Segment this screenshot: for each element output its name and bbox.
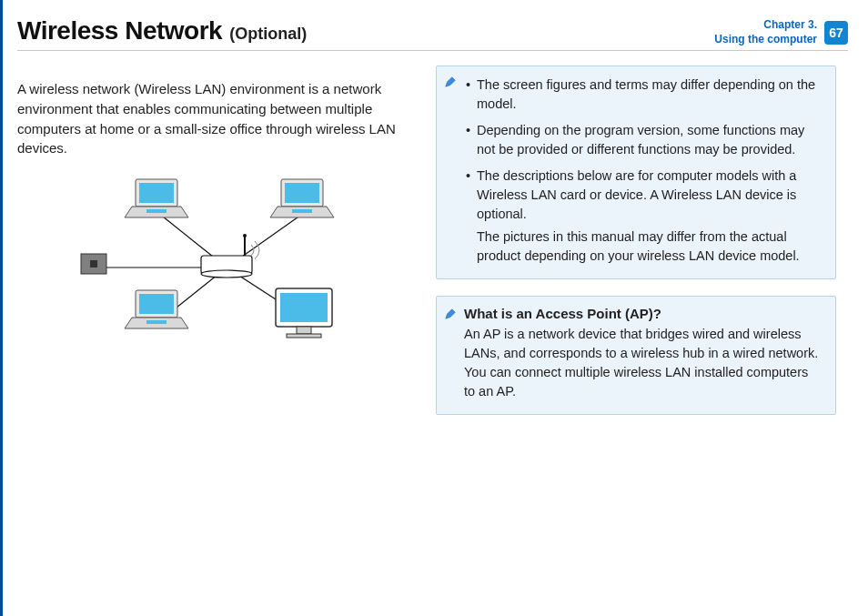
page-subtitle: (Optional) — [229, 25, 307, 44]
right-column: The screen figures and terms may differ … — [436, 66, 836, 415]
svg-rect-13 — [146, 209, 167, 213]
ap-title: What is an Access Point (AP)? — [464, 306, 823, 321]
manual-page: Wireless Network (Optional) Chapter 3. U… — [0, 0, 868, 616]
wall-outlet-icon — [81, 254, 106, 274]
svg-point-7 — [201, 270, 252, 278]
notes-list: The screen figures and terms may differ … — [466, 76, 823, 266]
monitor-icon — [276, 288, 332, 338]
note-item: Depending on the program version, some f… — [466, 121, 823, 159]
svg-rect-17 — [292, 209, 312, 213]
page-header: Wireless Network (Optional) Chapter 3. U… — [17, 16, 848, 51]
chapter-box: Chapter 3. Using the computer 67 — [714, 18, 848, 46]
svg-rect-5 — [90, 260, 97, 268]
left-column: A wireless network (Wireless LAN) enviro… — [17, 66, 418, 415]
svg-rect-15 — [285, 183, 319, 203]
chapter-line-2: Using the computer — [714, 33, 817, 45]
laptop-icon — [125, 179, 188, 217]
notes-box: The screen figures and terms may differ … — [436, 66, 836, 279]
page-title: Wireless Network — [17, 16, 222, 45]
note-item: The screen figures and terms may differ … — [466, 76, 823, 114]
network-diagram-svg — [72, 172, 363, 354]
svg-rect-24 — [297, 327, 311, 334]
network-diagram — [17, 172, 418, 358]
pencil-icon — [444, 308, 457, 320]
laptop-icon — [270, 179, 334, 217]
ap-text: An AP is a network device that bridges w… — [464, 325, 823, 401]
page-number-badge: 67 — [824, 21, 848, 45]
intro-text: A wireless network (Wireless LAN) enviro… — [17, 79, 418, 158]
svg-rect-25 — [287, 334, 321, 338]
title-group: Wireless Network (Optional) — [17, 16, 307, 45]
chapter-line-1: Chapter 3. — [763, 18, 817, 31]
svg-rect-11 — [139, 183, 174, 203]
pencil-icon — [444, 76, 457, 88]
svg-rect-21 — [146, 320, 167, 324]
svg-point-9 — [243, 234, 247, 237]
laptop-icon — [125, 290, 188, 328]
chapter-text: Chapter 3. Using the computer — [714, 18, 817, 46]
svg-rect-23 — [280, 293, 328, 322]
note-item: The descriptions below are for computer … — [466, 167, 823, 266]
svg-rect-19 — [139, 294, 174, 314]
router-icon — [201, 234, 259, 278]
page-body: A wireless network (Wireless LAN) enviro… — [17, 66, 848, 415]
access-point-box: What is an Access Point (AP)? An AP is a… — [436, 296, 836, 415]
